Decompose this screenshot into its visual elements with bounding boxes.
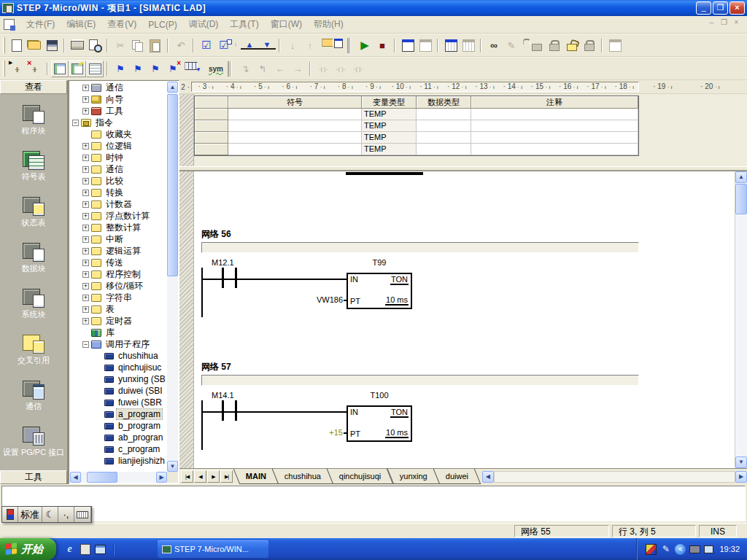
tree-expander[interactable]: + xyxy=(82,318,89,324)
var-type-cell[interactable]: TEMP xyxy=(362,120,417,132)
var-type-cell[interactable]: TEMP xyxy=(362,132,417,144)
navigation-item[interactable]: 数据块 xyxy=(0,242,67,288)
toolbar-button[interactable]: ⚑ xyxy=(164,61,182,77)
scroll-down-icon[interactable]: ▼ xyxy=(735,456,747,468)
tab-nav-button[interactable]: |◀ xyxy=(181,470,193,483)
toolbar-button[interactable] xyxy=(327,37,344,54)
menu-item[interactable]: 工具(T) xyxy=(224,17,264,32)
mdi-minimize-button[interactable]: ‒ xyxy=(705,18,718,28)
navigation-item[interactable]: 交叉引用 xyxy=(0,334,67,380)
toolbar-button[interactable]: ☑ xyxy=(198,37,215,54)
scroll-left-icon[interactable]: ◀ xyxy=(70,472,81,483)
navigation-item[interactable]: 通信 xyxy=(0,380,67,426)
tree-expander[interactable]: + xyxy=(82,108,89,114)
tree-item[interactable]: + 移位/循环 xyxy=(70,280,167,292)
ime-fullwidth-icon[interactable]: ☾ xyxy=(42,507,58,522)
timer-box[interactable]: IN TON PT 10 ms xyxy=(347,273,412,309)
symbol-cell[interactable] xyxy=(228,120,362,132)
tree-expander[interactable]: − xyxy=(82,341,89,348)
tree-item[interactable]: + 比较 xyxy=(70,175,167,187)
tree-item[interactable]: chushihua xyxy=(70,350,167,362)
tree-expander[interactable]: + xyxy=(82,306,89,313)
tree-item[interactable]: + 时钟 xyxy=(70,152,167,163)
tree-item[interactable]: + 浮点数计算 xyxy=(70,210,167,222)
toolbar-button[interactable]: -||- xyxy=(26,61,43,77)
ime-logo[interactable] xyxy=(2,507,18,522)
toolbar-button[interactable]: ↰ xyxy=(254,61,271,77)
tab-nav-button[interactable]: ◀ xyxy=(194,470,206,483)
toolbar-button[interactable]: ↓ xyxy=(284,37,301,54)
var-type-cell[interactable]: TEMP xyxy=(362,144,417,155)
toolbar-button[interactable]: ▼ xyxy=(258,42,276,50)
toolbar-grip[interactable] xyxy=(3,61,5,77)
scrollbar-thumb[interactable] xyxy=(735,184,747,214)
tree-item[interactable]: fuwei (SBR xyxy=(70,397,167,408)
row-header-cell[interactable] xyxy=(195,144,228,155)
tree-item[interactable]: 库 xyxy=(70,327,167,338)
tree-item[interactable]: + 逻辑运算 xyxy=(70,245,167,257)
tree-item[interactable]: + 整数计算 xyxy=(70,222,167,233)
tree-item[interactable]: + 转换 xyxy=(70,187,167,198)
toolbar-button[interactable] xyxy=(190,61,207,77)
ladder-vertical-scrollbar[interactable]: ▲ ▼ xyxy=(735,171,747,468)
toolbar-button[interactable]: ☑ xyxy=(215,37,233,54)
tree-item[interactable]: + 定时器 xyxy=(70,315,167,327)
menu-item[interactable]: 编辑(E) xyxy=(61,17,101,32)
tree-item[interactable]: ab_progran xyxy=(70,432,167,443)
tab-nav-button[interactable]: ▶| xyxy=(220,470,233,483)
toolbar-button[interactable]: -[ ]- xyxy=(349,61,367,77)
navigation-item[interactable]: 系统块 xyxy=(0,288,67,334)
toolbar-button[interactable]: -||- xyxy=(8,61,26,77)
contact-symbol[interactable] xyxy=(235,400,237,421)
tree-item[interactable]: qinchujisuc xyxy=(70,362,167,373)
tray-ime-icon[interactable] xyxy=(646,544,657,555)
tray-network-icon[interactable] xyxy=(704,545,713,553)
tree-item[interactable]: 收藏夹 xyxy=(70,128,167,140)
data-type-cell[interactable] xyxy=(417,144,471,155)
toolbar-button[interactable]: -( )- xyxy=(332,61,349,77)
tree-item[interactable]: + 位逻辑 xyxy=(70,140,167,152)
toolbar-button[interactable] xyxy=(129,37,147,54)
navigation-item[interactable]: 设置 PG/PC 接口 xyxy=(0,426,67,470)
tree-expander[interactable]: + xyxy=(82,85,89,91)
tree-item[interactable]: c_program xyxy=(70,443,167,455)
row-header-cell[interactable] xyxy=(195,132,228,144)
toolbar-button[interactable]: ⚑ xyxy=(112,61,129,77)
contact-symbol[interactable] xyxy=(235,268,237,288)
toolbar-button[interactable]: -| |- xyxy=(314,61,332,77)
comment-cell[interactable] xyxy=(471,120,638,132)
scroll-down-icon[interactable]: ▼ xyxy=(167,461,178,472)
view-header-button[interactable]: 查看 xyxy=(0,80,67,94)
pt-operand-value[interactable]: VW186 xyxy=(274,295,343,304)
comment-cell[interactable] xyxy=(471,109,638,120)
toolbar-button[interactable]: ↶ xyxy=(172,37,190,54)
scroll-right-icon[interactable]: ▶ xyxy=(735,471,747,483)
timer-operand-label[interactable]: T100 xyxy=(347,391,412,400)
contact-symbol[interactable] xyxy=(222,400,224,421)
toolbar-button[interactable] xyxy=(399,37,417,54)
toolbar-button[interactable] xyxy=(442,37,460,54)
symbol-cell[interactable] xyxy=(228,109,362,120)
contact-operand-label[interactable]: M12.1 xyxy=(212,258,234,267)
symbol-cell[interactable] xyxy=(228,144,362,155)
tree-item[interactable]: + 通信 xyxy=(70,82,167,93)
tree-expander[interactable]: + xyxy=(82,283,89,289)
tree-expander[interactable]: + xyxy=(82,166,89,173)
tree-expander[interactable]: + xyxy=(82,96,89,103)
tree-item[interactable]: + 表 xyxy=(70,303,167,315)
tree-item[interactable]: + 中断 xyxy=(70,233,167,245)
tree-expander[interactable]: + xyxy=(82,295,89,301)
toolbar-button[interactable]: ↴ xyxy=(236,61,254,77)
tree-expander[interactable]: − xyxy=(72,120,79,126)
menu-item[interactable]: PLC(P) xyxy=(142,18,182,31)
mdi-close-button[interactable]: × xyxy=(730,18,743,28)
symbol-cell[interactable] xyxy=(228,132,362,144)
pt-operand-value[interactable]: +15 xyxy=(274,428,343,437)
toolbar-button[interactable] xyxy=(460,37,477,54)
ime-softkeyboard-button[interactable] xyxy=(74,507,91,522)
toolbar-button[interactable]: ⚑ xyxy=(147,61,164,77)
tree-item[interactable]: a_program xyxy=(70,408,167,420)
menu-item[interactable]: 文件(F) xyxy=(20,17,61,32)
network-comment-box[interactable] xyxy=(201,375,639,386)
start-button[interactable]: 开始 xyxy=(0,538,56,560)
